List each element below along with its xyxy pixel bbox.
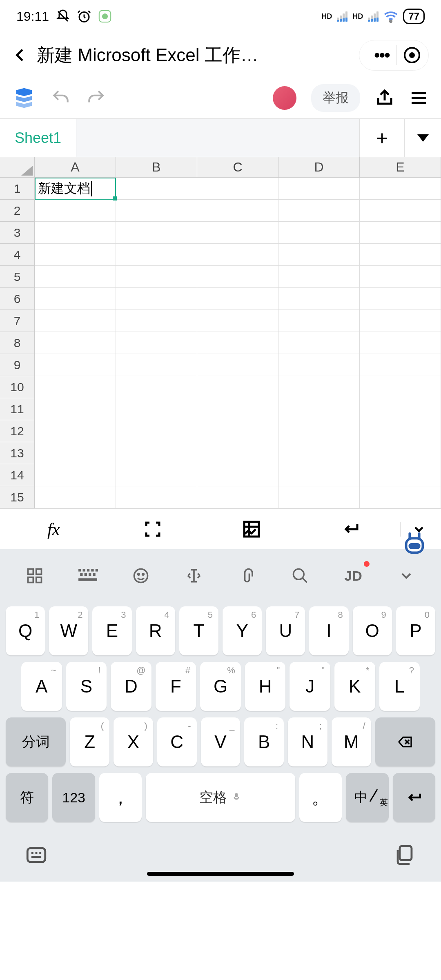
cell[interactable]: [360, 442, 441, 464]
key-a[interactable]: ~A: [21, 662, 62, 711]
cell[interactable]: [278, 266, 360, 288]
spreadsheet-grid[interactable]: A B C D E 1新建文档 2 3 4 5 6 7 8 9 10 11 12…: [0, 157, 441, 508]
row-header[interactable]: 10: [0, 376, 35, 398]
app-icon[interactable]: [12, 86, 36, 110]
key-h[interactable]: "H: [245, 662, 286, 711]
document-title[interactable]: 新建 Microsoft Excel 工作…: [37, 43, 351, 67]
record-button[interactable]: [404, 47, 420, 63]
cell[interactable]: [278, 332, 360, 354]
avatar[interactable]: [273, 86, 296, 110]
cell[interactable]: [278, 376, 360, 398]
select-all-corner[interactable]: [0, 157, 35, 178]
cell[interactable]: [360, 398, 441, 420]
grid-icon[interactable]: [22, 564, 47, 588]
row-header[interactable]: 13: [0, 442, 35, 464]
image-button[interactable]: [202, 519, 301, 539]
cell[interactable]: [278, 244, 360, 266]
key-b[interactable]: :B: [244, 717, 284, 766]
cell[interactable]: [116, 376, 197, 398]
key-q[interactable]: 1Q: [6, 606, 45, 655]
cell[interactable]: [278, 420, 360, 442]
cell[interactable]: [116, 178, 197, 200]
row-header[interactable]: 3: [0, 222, 35, 244]
keyboard-collapse-icon[interactable]: [24, 843, 48, 867]
col-header-d[interactable]: D: [278, 157, 360, 178]
cell[interactable]: [360, 332, 441, 354]
key-g[interactable]: %G: [200, 662, 241, 711]
key-i[interactable]: 8I: [309, 606, 348, 655]
row-header[interactable]: 9: [0, 354, 35, 376]
cell[interactable]: [360, 266, 441, 288]
row-header[interactable]: 1: [0, 178, 35, 200]
cell[interactable]: [360, 486, 441, 508]
cell[interactable]: [116, 222, 197, 244]
cell[interactable]: [197, 420, 278, 442]
cell[interactable]: [35, 332, 116, 354]
cell[interactable]: [116, 398, 197, 420]
cell[interactable]: [278, 200, 360, 222]
collapse-icon[interactable]: [394, 564, 419, 588]
key-t[interactable]: 5T: [179, 606, 218, 655]
cell[interactable]: [360, 222, 441, 244]
cell[interactable]: [360, 178, 441, 200]
cell[interactable]: [35, 266, 116, 288]
cell[interactable]: [278, 486, 360, 508]
cell[interactable]: [278, 288, 360, 310]
row-header[interactable]: 15: [0, 486, 35, 508]
cell[interactable]: [278, 464, 360, 486]
backspace-key[interactable]: [375, 717, 435, 766]
cell[interactable]: [35, 376, 116, 398]
row-header[interactable]: 6: [0, 288, 35, 310]
cell[interactable]: [360, 354, 441, 376]
key-l[interactable]: ?L: [379, 662, 420, 711]
sheet-tab-1[interactable]: Sheet1: [0, 119, 76, 157]
row-header[interactable]: 14: [0, 464, 35, 486]
cell[interactable]: [197, 398, 278, 420]
fx-button[interactable]: fx: [4, 519, 103, 539]
cell[interactable]: [197, 178, 278, 200]
cell[interactable]: [116, 288, 197, 310]
cell[interactable]: [360, 464, 441, 486]
back-button[interactable]: [12, 47, 29, 63]
attachment-icon[interactable]: [235, 564, 259, 588]
cell[interactable]: [360, 200, 441, 222]
cell[interactable]: [116, 200, 197, 222]
row-header[interactable]: 2: [0, 200, 35, 222]
lang-key[interactable]: 中英: [346, 773, 388, 822]
key-e[interactable]: 3E: [92, 606, 131, 655]
home-indicator[interactable]: [147, 872, 294, 876]
share-button[interactable]: [375, 88, 394, 108]
sheet-dropdown[interactable]: [404, 119, 441, 157]
col-header-c[interactable]: C: [197, 157, 278, 178]
row-header[interactable]: 12: [0, 420, 35, 442]
cursor-icon[interactable]: [182, 564, 206, 588]
cell[interactable]: [35, 398, 116, 420]
cell[interactable]: [197, 442, 278, 464]
cell[interactable]: [197, 222, 278, 244]
enter-key[interactable]: [393, 773, 435, 822]
cell[interactable]: [35, 288, 116, 310]
robot-icon[interactable]: [400, 529, 429, 557]
cell[interactable]: [35, 420, 116, 442]
report-button[interactable]: 举报: [311, 84, 360, 112]
cell[interactable]: [116, 420, 197, 442]
comma-key[interactable]: ，: [99, 773, 142, 822]
jd-button[interactable]: JD: [341, 564, 365, 588]
key-v[interactable]: _V: [201, 717, 241, 766]
clipboard-icon[interactable]: [393, 843, 416, 867]
cell[interactable]: [35, 486, 116, 508]
cell[interactable]: [35, 310, 116, 332]
key-n[interactable]: ;N: [288, 717, 327, 766]
cell-a1[interactable]: 新建文档: [35, 178, 116, 200]
cell[interactable]: [197, 332, 278, 354]
cell[interactable]: [360, 376, 441, 398]
row-header[interactable]: 4: [0, 244, 35, 266]
cell[interactable]: [116, 310, 197, 332]
cell[interactable]: [116, 486, 197, 508]
cell[interactable]: [360, 420, 441, 442]
menu-button[interactable]: [409, 88, 429, 108]
cell[interactable]: [278, 354, 360, 376]
cell[interactable]: [278, 398, 360, 420]
cell[interactable]: [197, 354, 278, 376]
cell[interactable]: [116, 464, 197, 486]
